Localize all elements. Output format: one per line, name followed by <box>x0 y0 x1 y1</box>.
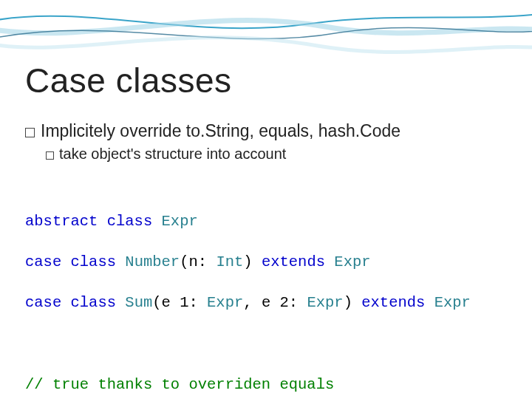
square-bullet-icon <box>25 128 35 137</box>
bullet-text: Implicitely override to.String, equals, … <box>41 121 400 140</box>
code-line: abstract class Expr <box>25 211 471 232</box>
slide-title: Case classes <box>25 61 232 100</box>
bullet-level-2: take object's structure into account <box>46 146 498 163</box>
code-line: // true thanks to overriden equals <box>25 375 471 395</box>
code-block: abstract class Expr case class Number(n:… <box>25 191 471 399</box>
square-bullet-icon <box>46 151 54 160</box>
bullet-list: Implicitely override to.String, equals, … <box>25 121 498 163</box>
bullet-level-1: Implicitely override to.String, equals, … <box>25 121 498 141</box>
decorative-wave <box>0 0 532 66</box>
code-line: case class Sum(e 1: Expr, e 2: Expr) ext… <box>25 293 471 313</box>
code-line: case class Number(n: Int) extends Expr <box>25 252 471 273</box>
code-line-blank <box>25 334 471 355</box>
bullet-text: take object's structure into account <box>59 146 286 162</box>
